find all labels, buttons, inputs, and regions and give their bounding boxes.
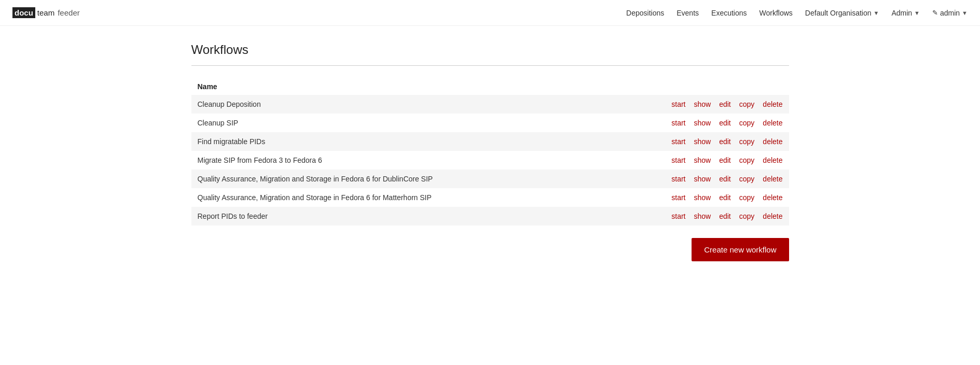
nav-organisation-label: Default Organisation	[805, 9, 872, 17]
workflow-actions: startshoweditcopydelete	[671, 156, 782, 164]
main-content: Workflows Name Cleanup Depositionstartsh…	[179, 26, 802, 278]
workflow-copy-link[interactable]: copy	[739, 175, 755, 183]
logo-docu: docu	[12, 7, 35, 18]
workflow-edit-link[interactable]: edit	[719, 193, 731, 202]
workflow-show-link[interactable]: show	[694, 193, 711, 202]
workflow-show-link[interactable]: show	[694, 100, 711, 108]
main-nav: Depositions Events Executions Workflows …	[626, 9, 968, 17]
workflow-copy-link[interactable]: copy	[739, 156, 755, 164]
workflow-edit-link[interactable]: edit	[719, 175, 731, 183]
nav-user-label: admin	[940, 9, 960, 17]
nav-events[interactable]: Events	[677, 9, 699, 17]
chevron-down-icon: ▼	[962, 10, 968, 16]
chevron-down-icon: ▼	[874, 10, 879, 16]
create-workflow-button[interactable]: Create new workflow	[692, 238, 789, 261]
logo-team: team	[37, 8, 54, 17]
table-row: Quality Assurance, Migration and Storage…	[191, 170, 789, 188]
workflow-delete-link[interactable]: delete	[763, 156, 782, 164]
workflow-copy-link[interactable]: copy	[739, 193, 755, 202]
workflow-name: Quality Assurance, Migration and Storage…	[198, 175, 672, 183]
workflow-delete-link[interactable]: delete	[763, 137, 782, 146]
app-header: docuteam feeder Depositions Events Execu…	[0, 0, 980, 26]
workflow-show-link[interactable]: show	[694, 119, 711, 127]
footer-area: Create new workflow	[191, 238, 789, 261]
workflow-show-link[interactable]: show	[694, 156, 711, 164]
table-row: Quality Assurance, Migration and Storage…	[191, 188, 789, 207]
nav-organisation-dropdown[interactable]: Default Organisation ▼	[805, 9, 879, 17]
workflow-edit-link[interactable]: edit	[719, 137, 731, 146]
workflow-start-link[interactable]: start	[671, 193, 685, 202]
table-row: Find migratable PIDsstartshoweditcopydel…	[191, 132, 789, 151]
workflow-copy-link[interactable]: copy	[739, 137, 755, 146]
workflow-delete-link[interactable]: delete	[763, 212, 782, 220]
workflow-actions: startshoweditcopydelete	[671, 100, 782, 108]
workflow-name: Find migratable PIDs	[198, 137, 672, 146]
nav-user-dropdown[interactable]: ✎ admin ▼	[932, 9, 968, 17]
nav-executions[interactable]: Executions	[711, 9, 747, 17]
workflow-start-link[interactable]: start	[671, 156, 685, 164]
workflow-delete-link[interactable]: delete	[763, 175, 782, 183]
workflow-copy-link[interactable]: copy	[739, 212, 755, 220]
table-row: Migrate SIP from Fedora 3 to Fedora 6sta…	[191, 151, 789, 170]
workflow-start-link[interactable]: start	[671, 212, 685, 220]
workflow-edit-link[interactable]: edit	[719, 212, 731, 220]
workflow-show-link[interactable]: show	[694, 212, 711, 220]
nav-depositions[interactable]: Depositions	[626, 9, 664, 17]
workflow-copy-link[interactable]: copy	[739, 100, 755, 108]
workflow-edit-link[interactable]: edit	[719, 119, 731, 127]
table-row: Cleanup SIPstartshoweditcopydelete	[191, 114, 789, 132]
workflow-table: Cleanup Depositionstartshoweditcopydelet…	[191, 95, 789, 226]
logo: docuteam feeder	[12, 7, 80, 18]
workflow-actions: startshoweditcopydelete	[671, 193, 782, 202]
user-icon: ✎	[932, 9, 938, 17]
workflow-start-link[interactable]: start	[671, 100, 685, 108]
page-title: Workflows	[191, 43, 789, 57]
workflow-actions: startshoweditcopydelete	[671, 137, 782, 146]
workflow-delete-link[interactable]: delete	[763, 193, 782, 202]
workflow-show-link[interactable]: show	[694, 175, 711, 183]
workflow-edit-link[interactable]: edit	[719, 100, 731, 108]
workflow-actions: startshoweditcopydelete	[671, 212, 782, 220]
nav-admin-dropdown[interactable]: Admin ▼	[891, 9, 920, 17]
logo-feeder: feeder	[58, 8, 80, 17]
workflow-copy-link[interactable]: copy	[739, 119, 755, 127]
workflow-actions: startshoweditcopydelete	[671, 119, 782, 127]
workflow-start-link[interactable]: start	[671, 175, 685, 183]
nav-workflows[interactable]: Workflows	[760, 9, 793, 17]
table-row: Cleanup Depositionstartshoweditcopydelet…	[191, 95, 789, 114]
table-row: Report PIDs to feederstartshoweditcopyde…	[191, 207, 789, 226]
workflow-name: Migrate SIP from Fedora 3 to Fedora 6	[198, 156, 672, 164]
workflow-name: Quality Assurance, Migration and Storage…	[198, 193, 672, 202]
workflow-name: Cleanup SIP	[198, 119, 672, 127]
nav-admin-label: Admin	[891, 9, 912, 17]
workflow-show-link[interactable]: show	[694, 137, 711, 146]
workflow-name: Cleanup Deposition	[198, 100, 672, 108]
workflow-name: Report PIDs to feeder	[198, 212, 672, 220]
workflow-start-link[interactable]: start	[671, 137, 685, 146]
chevron-down-icon: ▼	[914, 10, 920, 16]
workflow-actions: startshoweditcopydelete	[671, 175, 782, 183]
workflow-delete-link[interactable]: delete	[763, 119, 782, 127]
workflow-delete-link[interactable]: delete	[763, 100, 782, 108]
divider	[191, 65, 789, 66]
column-header-name: Name	[191, 78, 789, 95]
workflow-edit-link[interactable]: edit	[719, 156, 731, 164]
workflow-start-link[interactable]: start	[671, 119, 685, 127]
